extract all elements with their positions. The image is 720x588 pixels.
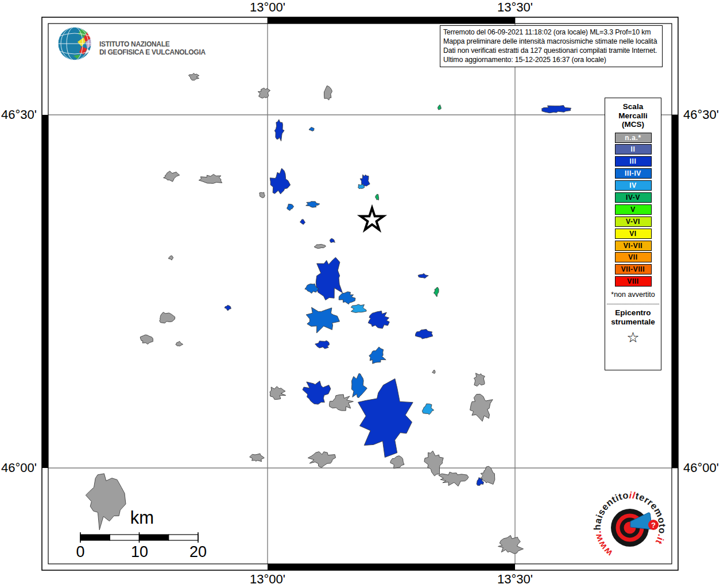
info-line-source: Dati non verificati estratti da 127 ques…: [443, 46, 659, 55]
legend-divider: [607, 304, 659, 304]
question-mark-icon: ?: [651, 521, 656, 529]
legend-level-VI: VI: [615, 229, 652, 239]
locality-blob-III-IV: [339, 292, 355, 304]
scalebar-segment: [110, 535, 139, 540]
locality-blob-na: [324, 86, 332, 100]
locality-blob-III-IV: [309, 127, 314, 131]
locality-blob-III: [270, 168, 290, 194]
legend-level-V: V: [615, 204, 652, 215]
legend-level-VII: VII: [615, 252, 652, 262]
locality-blob-na: [390, 456, 404, 469]
legend-title-line2: Mercalli: [605, 111, 661, 121]
legend-levels: n.a.*IIIIIIII-IVIVIV-VVV-VIVIVI-VIIVIIVI…: [605, 133, 661, 287]
scalebar-segment: [140, 535, 169, 540]
info-line-event: Terremoto del 06-09-2021 11:18:02 (ora l…: [443, 28, 659, 37]
locality-blob-IV: [422, 404, 433, 415]
ingv-logo: ISTITUTO NAZIONALE DI GEOFISICA E VULCAN…: [57, 25, 206, 62]
frame-band-left: [42, 115, 48, 468]
locality-blob-na: [250, 454, 265, 462]
frame-band-right: [672, 115, 678, 468]
scalebar-unit-label: km: [95, 508, 189, 528]
ingv-globe-icon: [57, 25, 93, 62]
locality-blob-na: [160, 312, 175, 323]
locality-blob-III: [418, 273, 428, 278]
legend-epicenter-star-icon: ☆: [605, 330, 661, 345]
legend-footnote: *non avvertito: [605, 291, 661, 299]
legend-level-II: II: [615, 144, 652, 154]
locality-blob-III-IV: [306, 202, 320, 207]
locality-blob-na: [260, 192, 265, 198]
locality-blob-na: [314, 244, 326, 248]
locality-blob-III-IV: [306, 307, 339, 333]
scalebar-segment: [80, 535, 110, 540]
locality-blob-IV: [358, 184, 365, 189]
legend-title-line3: (MCS): [605, 120, 661, 129]
frame-band-bottom: [268, 564, 515, 570]
locality-blob-III: [358, 379, 413, 458]
grid-lines: [48, 17, 678, 564]
seismic-intensity-map-page: { "header": { "ingv_line1": "ISTITUTO NA…: [0, 0, 720, 588]
locality-blob-na: [258, 88, 270, 98]
scalebar-tick-20: 20: [189, 543, 207, 561]
map-frame: [42, 17, 678, 570]
earthquake-info-box: Terremoto del 06-09-2021 11:18:02 (ora l…: [440, 25, 663, 67]
locality-blob-na: [308, 452, 335, 467]
locality-blob-IV-V: [438, 105, 442, 110]
frame-inner: [48, 24, 672, 564]
scale-bar: [80, 532, 198, 543]
locality-blob-na: [199, 175, 222, 184]
locality-blob-III: [303, 381, 331, 404]
mercalli-legend: Scala Mercalli (MCS) n.a.*IIIIIIII-IVIVI…: [605, 98, 661, 370]
locality-blob-na: [176, 341, 183, 346]
legend-epicenter-line1: Epicentro: [605, 308, 661, 318]
scalebar-tick-10: 10: [131, 543, 148, 561]
locality-blob-na: [498, 535, 524, 554]
locality-blob-III: [330, 238, 335, 242]
ingv-name-line1: ISTITUTO NAZIONALE: [99, 40, 206, 49]
locality-layer: [86, 74, 571, 554]
locality-blob-III: [368, 311, 389, 329]
legend-level-na: n.a.*: [615, 133, 652, 143]
scalebar-tick-0: 0: [76, 543, 84, 561]
legend-title: Scala Mercalli (MCS): [605, 102, 661, 129]
legend-level-VI-VII: VI-VII: [615, 241, 652, 251]
locality-blob-na: [424, 451, 443, 476]
locality-blob-na: [470, 394, 493, 421]
locality-blob-III: [316, 257, 342, 300]
info-line-updated: Ultimo aggiornamento: 15-12-2025 16:37 (…: [443, 55, 659, 64]
locality-blob-III: [541, 106, 571, 113]
locality-blob-IV: [351, 304, 366, 313]
ingv-name: ISTITUTO NAZIONALE DI GEOFISICA E VULCAN…: [99, 40, 206, 57]
locality-blob-III-IV: [351, 374, 367, 398]
legend-level-VIII: VIII: [615, 276, 652, 287]
locality-blob-IV-V: [433, 287, 439, 297]
epicenter-star: [361, 208, 384, 230]
locality-blob-III: [315, 341, 330, 349]
scalebar-segment: [169, 535, 198, 540]
epicenter-star-icon: [361, 208, 384, 230]
locality-blob-III: [224, 305, 231, 311]
locality-blob-III: [300, 219, 305, 225]
legend-level-VII-VIII: VII-VIII: [615, 264, 652, 274]
locality-blob-na: [330, 394, 354, 411]
locality-blob-na: [432, 370, 435, 374]
locality-blob-na: [188, 74, 199, 80]
legend-level-III-IV: III-IV: [615, 168, 652, 179]
locality-blob-III: [415, 329, 432, 339]
locality-blob-na: [270, 386, 286, 400]
frame-outer: [42, 17, 678, 570]
legend-level-IV-V: IV-V: [615, 192, 652, 203]
locality-blob-na: [474, 373, 485, 386]
legend-level-V-VI: V-VI: [615, 216, 652, 227]
locality-blob-na: [164, 171, 180, 181]
locality-blob-III-IV: [287, 204, 294, 210]
legend-title-line1: Scala: [605, 102, 661, 111]
locality-blob-na: [169, 256, 173, 260]
legend-level-IV: IV: [615, 180, 652, 191]
legend-epicenter-line2: strumentale: [605, 318, 661, 327]
legend-epicenter-label: Epicentro strumentale: [605, 308, 661, 327]
haisentito-logo: ? www.haisentitoilterremoto.it: [589, 487, 673, 572]
locality-blob-III-IV: [369, 347, 386, 363]
ingv-name-line2: DI GEOFISICA E VULCANOLOGIA: [99, 48, 206, 57]
locality-blob-na: [439, 472, 469, 486]
